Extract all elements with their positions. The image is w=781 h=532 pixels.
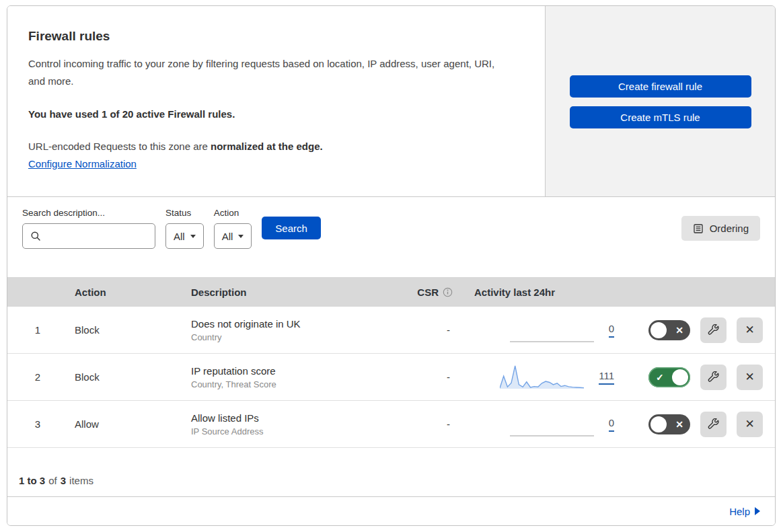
rule-description-cell: IP reputation score Country, Threat Scor…: [181, 365, 403, 389]
close-icon: ✕: [745, 370, 754, 384]
create-firewall-rule-button[interactable]: Create firewall rule: [570, 75, 751, 98]
page-title: Firewall rules: [28, 29, 518, 44]
rule-controls: ✕ ✕: [625, 412, 775, 437]
firewall-rules-panel: Firewall rules Control incoming traffic …: [7, 5, 776, 526]
rule-action: Block: [68, 371, 181, 383]
rule-csr-value: -: [447, 418, 470, 430]
delete-rule-button[interactable]: ✕: [737, 412, 763, 437]
normalization-bold: normalized at the edge.: [211, 141, 323, 152]
rule-description-cell: Does not originate in UK Country: [181, 318, 403, 342]
toggle-knob: [650, 322, 667, 338]
rule-description: Allow listed IPs: [191, 412, 403, 424]
rule-priority: 3: [7, 418, 68, 430]
search-input[interactable]: [46, 230, 149, 243]
edit-rule-button[interactable]: [700, 365, 727, 390]
rule-activity-cell: 111: [470, 354, 625, 400]
configure-normalization-link[interactable]: Configure Normalization: [28, 158, 137, 169]
rule-description: Does not originate in UK: [191, 318, 403, 330]
toggle-knob: [650, 416, 667, 432]
rule-enabled-toggle[interactable]: ✕: [648, 320, 690, 340]
delete-rule-button[interactable]: ✕: [737, 365, 763, 390]
search-button[interactable]: Search: [262, 217, 321, 239]
action-label: Action: [214, 208, 252, 218]
toggle-state-icon: ✕: [675, 418, 683, 429]
filter-bar: Search description... Status All Action: [7, 197, 775, 277]
table-row: 1 Block Does not originate in UK Country…: [7, 307, 775, 354]
header-text-block: Firewall rules Control incoming traffic …: [7, 6, 546, 196]
wrench-icon: [708, 418, 719, 430]
total-text: 3: [61, 475, 66, 486]
activity-count-link[interactable]: 111: [599, 370, 614, 385]
rule-description: IP reputation score: [191, 365, 403, 377]
table-header: Action Description CSR Activity last 24h…: [7, 277, 775, 307]
ordering-list-icon: [693, 223, 704, 234]
pagination-summary: 1 to 3 of 3 items: [7, 448, 775, 496]
col-action: Action: [68, 287, 181, 298]
status-dropdown-value: All: [174, 231, 185, 242]
col-description: Description: [181, 287, 403, 298]
col-csr: CSR: [417, 287, 470, 298]
close-icon: ✕: [745, 323, 754, 337]
page-description: Control incoming traffic to your zone by…: [28, 55, 506, 91]
table-row: 2 Block IP reputation score Country, Thr…: [7, 354, 775, 401]
rule-enabled-toggle[interactable]: ✓: [648, 367, 690, 387]
arrow-right-icon: [755, 507, 760, 515]
usage-summary: You have used 1 of 20 active Firewall ru…: [28, 108, 518, 120]
rule-enabled-toggle[interactable]: ✕: [648, 414, 690, 434]
ordering-button-label: Ordering: [710, 223, 749, 234]
rule-priority: 2: [7, 371, 68, 383]
items-text: items: [69, 475, 94, 486]
action-filter-group: Action All: [214, 208, 252, 249]
delete-rule-button[interactable]: ✕: [737, 317, 763, 343]
actions-panel: Create firewall rule Create mTLS rule: [546, 6, 775, 196]
wrench-icon: [708, 371, 719, 383]
search-icon: [30, 231, 41, 241]
normalization-text: URL-encoded Requests to this zone are no…: [28, 141, 518, 152]
page: Firewall rules Control incoming traffic …: [0, 0, 781, 532]
rule-csr-value: -: [447, 324, 470, 336]
rule-controls: ✓ ✕: [625, 365, 775, 390]
search-input-wrapper[interactable]: [22, 223, 155, 249]
toggle-state-icon: ✕: [675, 324, 683, 335]
help-bar: Help: [7, 496, 775, 525]
rule-csr-value: -: [447, 371, 470, 383]
search-group: Search description...: [22, 208, 155, 249]
edit-rule-button[interactable]: [700, 412, 727, 437]
status-dropdown[interactable]: All: [165, 223, 204, 249]
toggle-knob: [672, 369, 688, 385]
rule-criteria: IP Source Address: [191, 426, 403, 436]
status-label: Status: [165, 208, 204, 218]
col-csr-label: CSR: [417, 287, 439, 298]
ordering-button[interactable]: Ordering: [681, 216, 760, 241]
of-text: of: [48, 475, 57, 486]
rule-activity-cell: 0: [470, 307, 625, 353]
edit-rule-button[interactable]: [700, 317, 727, 343]
activity-count-link[interactable]: 0: [609, 323, 614, 338]
create-mtls-rule-button[interactable]: Create mTLS rule: [570, 106, 751, 128]
status-filter-group: Status All: [165, 208, 204, 249]
rule-description-cell: Allow listed IPs IP Source Address: [181, 412, 403, 436]
rule-criteria: Country, Threat Score: [191, 379, 403, 389]
rule-controls: ✕ ✕: [625, 317, 775, 343]
activity-count-link[interactable]: 0: [609, 417, 614, 432]
toggle-state-icon: ✓: [656, 371, 664, 382]
action-dropdown-value: All: [222, 231, 233, 242]
wrench-icon: [708, 324, 719, 336]
range-text: 1 to 3: [19, 475, 45, 486]
rule-action: Block: [68, 324, 181, 336]
activity-sparkline: [510, 411, 594, 438]
close-icon: ✕: [745, 417, 754, 431]
chevron-down-icon: [190, 235, 196, 238]
normalization-prefix: URL-encoded Requests to this zone are: [28, 141, 211, 152]
chevron-down-icon: [238, 235, 244, 238]
help-link[interactable]: Help: [729, 506, 760, 517]
activity-sparkline: [510, 317, 594, 344]
action-dropdown[interactable]: All: [214, 223, 252, 249]
help-link-label: Help: [729, 506, 750, 517]
info-icon[interactable]: [443, 287, 453, 297]
header-section: Firewall rules Control incoming traffic …: [7, 6, 775, 197]
rule-priority: 1: [7, 324, 68, 336]
rule-activity-cell: 0: [470, 401, 625, 447]
rule-criteria: Country: [191, 332, 403, 342]
col-activity: Activity last 24hr: [470, 287, 625, 298]
